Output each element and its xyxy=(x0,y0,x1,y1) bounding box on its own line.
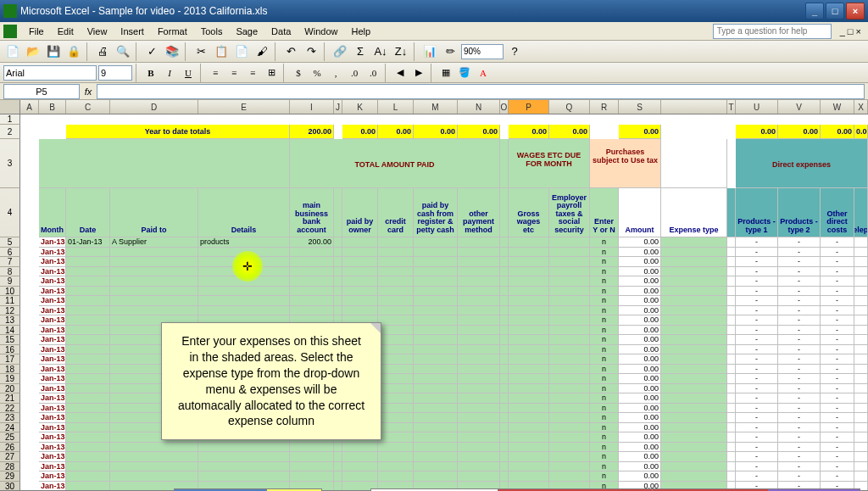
cell-dash[interactable]: - xyxy=(778,354,821,365)
cell-date[interactable] xyxy=(66,257,110,267)
cell-yn[interactable]: n xyxy=(590,315,619,326)
cell-dash[interactable]: - xyxy=(736,432,778,443)
cell-exptype[interactable] xyxy=(661,335,727,345)
cell[interactable] xyxy=(549,471,590,482)
lbl-date[interactable]: Date xyxy=(66,188,110,237)
cell-date[interactable] xyxy=(66,404,110,414)
cell[interactable] xyxy=(549,354,590,365)
cell-exptype[interactable] xyxy=(661,267,727,277)
cell-amt-i[interactable] xyxy=(290,248,334,258)
cell-yn[interactable]: n xyxy=(590,423,619,433)
cell[interactable] xyxy=(509,296,549,306)
cell[interactable] xyxy=(509,471,549,482)
cell-paidto[interactable] xyxy=(110,257,198,267)
cell[interactable] xyxy=(509,384,549,394)
cell-month[interactable]: Jan-13 xyxy=(39,482,66,491)
row-header-7[interactable]: 7 xyxy=(0,257,20,267)
cell-yn[interactable]: n xyxy=(590,404,619,414)
cell-dash[interactable]: - xyxy=(736,276,778,287)
cell-exptype[interactable] xyxy=(661,384,727,394)
cell-amt-i[interactable]: 200.00 xyxy=(290,237,334,248)
cell-amt[interactable]: 0.00 xyxy=(619,384,661,394)
cell[interactable] xyxy=(854,443,868,453)
cell-month[interactable]: Jan-13 xyxy=(39,452,66,462)
cell-amt[interactable]: 0.00 xyxy=(619,287,661,297)
sep[interactable] xyxy=(727,365,736,375)
open-icon[interactable]: 📂 xyxy=(24,42,42,61)
ytd-val[interactable]: 200.00 xyxy=(290,125,334,139)
ytd-val[interactable]: 0.00 xyxy=(778,125,821,139)
cell-month[interactable]: Jan-13 xyxy=(39,423,66,433)
col-header-T[interactable]: T xyxy=(727,100,736,114)
preview-icon[interactable]: 🔍 xyxy=(114,42,132,61)
cell[interactable] xyxy=(854,413,868,423)
cell-yn[interactable]: n xyxy=(590,354,619,365)
cell[interactable] xyxy=(378,296,414,306)
cell[interactable] xyxy=(414,248,458,258)
cell-yn[interactable]: n xyxy=(590,443,619,453)
cell-amt[interactable]: 0.00 xyxy=(619,276,661,287)
cell-date[interactable] xyxy=(66,471,110,482)
decrease-decimal-icon[interactable]: .0 xyxy=(364,64,381,81)
row-header-12[interactable]: 12 xyxy=(0,306,20,316)
cell-details[interactable] xyxy=(198,443,290,453)
cell[interactable] xyxy=(378,335,414,345)
cell[interactable] xyxy=(549,462,590,472)
cell[interactable] xyxy=(342,443,378,453)
cell-amt[interactable]: 0.00 xyxy=(619,306,661,316)
row-header-27[interactable]: 27 xyxy=(0,452,20,462)
cell-exptype[interactable] xyxy=(661,404,727,414)
cell[interactable] xyxy=(414,287,458,297)
cell-dash[interactable]: - xyxy=(778,237,821,248)
row-header-4[interactable]: 4 xyxy=(0,188,20,237)
cell-yn[interactable]: n xyxy=(590,276,619,287)
sep[interactable] xyxy=(334,188,342,237)
currency-icon[interactable]: $ xyxy=(290,64,307,81)
cell-dash[interactable]: - xyxy=(778,413,821,423)
col-header-N[interactable]: N xyxy=(458,100,500,114)
cell[interactable] xyxy=(458,462,500,472)
cell[interactable] xyxy=(378,326,414,336)
restore-doc-button[interactable]: _ □ × xyxy=(837,26,865,36)
cell[interactable] xyxy=(854,354,868,365)
cell-details[interactable] xyxy=(198,248,290,258)
row-header-16[interactable]: 16 xyxy=(0,345,20,355)
cell-exptype[interactable] xyxy=(661,393,727,404)
cells-region[interactable]: Year to date totals200.000.000.000.000.0… xyxy=(20,114,868,490)
sep[interactable] xyxy=(500,413,509,423)
cell[interactable] xyxy=(458,423,500,433)
cell-exptype[interactable] xyxy=(661,423,727,433)
cell-dash[interactable]: - xyxy=(778,315,821,326)
row-header-28[interactable]: 28 xyxy=(0,462,20,472)
cell-yn[interactable]: n xyxy=(590,257,619,267)
cell[interactable] xyxy=(509,354,549,365)
cell[interactable] xyxy=(414,432,458,443)
cell[interactable] xyxy=(458,296,500,306)
cell-date[interactable] xyxy=(66,276,110,287)
cell-amt-i[interactable] xyxy=(290,452,334,462)
cell-month[interactable]: Jan-13 xyxy=(39,237,66,248)
cell[interactable] xyxy=(854,432,868,443)
col-header-U[interactable]: U xyxy=(736,100,778,114)
cell-date[interactable] xyxy=(66,482,110,491)
select-all-corner[interactable] xyxy=(0,100,20,114)
cell-exptype[interactable] xyxy=(661,452,727,462)
ytd-val[interactable]: 0.00 xyxy=(736,125,778,139)
cell-yn[interactable]: n xyxy=(590,384,619,394)
cell[interactable] xyxy=(854,276,868,287)
cell-dash[interactable]: - xyxy=(778,257,821,267)
col-header-B[interactable]: B xyxy=(39,100,66,114)
cell[interactable] xyxy=(854,384,868,394)
cell-paidto[interactable] xyxy=(110,452,198,462)
cell[interactable] xyxy=(854,471,868,482)
cell[interactable] xyxy=(458,471,500,482)
cell-month[interactable]: Jan-13 xyxy=(39,287,66,297)
col-header-D[interactable]: D xyxy=(110,100,198,114)
cell[interactable] xyxy=(458,413,500,423)
cell[interactable] xyxy=(458,326,500,336)
cell-details[interactable] xyxy=(198,287,290,297)
cell-amt-i[interactable] xyxy=(290,267,334,277)
cell-amt[interactable]: 0.00 xyxy=(619,237,661,248)
sep[interactable] xyxy=(500,248,509,258)
cell-amt[interactable]: 0.00 xyxy=(619,257,661,267)
